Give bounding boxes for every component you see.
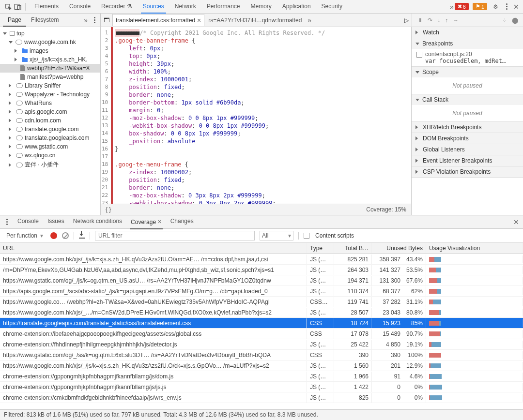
tree-item[interactable]: webhp?hl=zh-TW&sa=X [0, 64, 100, 73]
coverage-row[interactable]: chrome-extension://ibefaeehajgcpooopoegk… [0, 329, 523, 339]
type-filter-dropdown[interactable]: All▾ [260, 231, 293, 240]
tree-item[interactable]: manifest?pwa=webhp [0, 73, 100, 81]
step-into-icon[interactable]: ↓ [437, 17, 440, 24]
sidebar-section-event-listener-breakpoints[interactable]: Event Listener Breakpoints [412, 155, 523, 166]
close-tab-icon[interactable]: × [197, 16, 201, 24]
cloud-icon [15, 40, 22, 45]
main-tab-memory[interactable]: Memory [249, 0, 274, 14]
coverage-row[interactable]: https://www.google.com.hk/xjs/_/js/k=xjs… [0, 254, 523, 265]
sidebar-section-call-stack[interactable]: Call Stack [412, 94, 523, 105]
device-toggle-icon[interactable] [14, 2, 22, 11]
record-icon[interactable] [50, 232, 57, 239]
sidebar-section-dom-breakpoints[interactable]: DOM Breakpoints [412, 133, 523, 144]
drawer-tab-network-conditions[interactable]: Network conditions [72, 215, 123, 229]
main-tab-sources[interactable]: Sources [141, 0, 166, 14]
main-tab-network[interactable]: Network [173, 0, 198, 14]
inspect-icon[interactable] [4, 2, 13, 11]
sidebar-section-breakpoints[interactable]: Breakpoints [412, 38, 523, 49]
tree-item[interactable]: images [0, 46, 100, 55]
tree-item[interactable]: top [0, 29, 100, 38]
url-filter-input[interactable] [95, 231, 255, 240]
tree-item[interactable]: xjs/_/js/k=xjs.s.zh_HK. [0, 55, 100, 64]
coverage-row[interactable]: chrome-extension://cmkdbmfndkfgebldhnkbf… [0, 392, 523, 403]
tree-item[interactable]: Library Sniffer [0, 81, 100, 90]
tree-item[interactable]: www.google.com.hk [0, 38, 100, 46]
main-tab-console[interactable]: Console [67, 0, 92, 14]
per-function-dropdown[interactable]: Per function ▾ [4, 231, 46, 240]
clear-icon[interactable] [62, 232, 69, 239]
tree-item[interactable]: cdn.loom.com [0, 116, 100, 125]
tree-item[interactable]: WhatRuns [0, 99, 100, 107]
content-scripts-checkbox[interactable]: Content scripts [304, 232, 354, 239]
sidebar-section-global-listeners[interactable]: Global Listeners [412, 144, 523, 155]
tree-item[interactable]: translate.googleapis.com [0, 134, 100, 142]
coverage-row[interactable]: https://apis.google.com/_/scs/abc-static… [0, 286, 523, 297]
coverage-row[interactable]: https://www.google.com.hk/xjs/_/js/k=xjs… [0, 360, 523, 371]
tree-item[interactable]: Wappalyzer - Technology [0, 90, 100, 99]
gear-icon[interactable]: ⚙ [491, 2, 500, 11]
coverage-row[interactable]: chrome-extension://fhhdlnnepfjhlhilgmeep… [0, 339, 523, 350]
drawer-menu-icon[interactable] [4, 219, 10, 225]
coverage-row[interactable]: chrome-extension://gppongmhjkpfnbhagpmjf… [0, 371, 523, 382]
step-icon[interactable]: → [453, 17, 459, 24]
sidebar-section-watch[interactable]: Watch [412, 27, 523, 38]
warning-badge[interactable]: ⚑ 1 [473, 3, 487, 10]
col-total[interactable]: Total B… [334, 243, 372, 253]
tree-item[interactable]: www.gstatic.com [0, 142, 100, 151]
drawer-tab-issues[interactable]: Issues [46, 215, 65, 229]
main-tab-performance[interactable]: Performance [205, 0, 242, 14]
main-tab-security[interactable]: Security [320, 0, 344, 14]
close-drawer-icon[interactable]: ✕ [513, 218, 519, 226]
kebab-menu-icon[interactable] [504, 3, 509, 10]
export-icon[interactable] [79, 233, 85, 239]
code-content[interactable]: ■■■■■■■■■/* Copyright 2021 Google Inc. A… [111, 27, 325, 204]
cloud-icon [16, 118, 23, 123]
coverage-row[interactable]: https://www.google.co… /webhp?hl=zh-TW&s… [0, 297, 523, 307]
main-tab-recorder[interactable]: Recorder ⚗ [99, 0, 134, 14]
navigator-tab-filesystem[interactable]: Filesystem [26, 14, 63, 27]
sidebar-section-xhr-fetch-breakpoints[interactable]: XHR/fetch Breakpoints [412, 122, 523, 133]
frame-icon [10, 31, 15, 36]
tree-item[interactable]: translate.google.com [0, 125, 100, 134]
tree-item[interactable]: apis.google.com [0, 107, 100, 116]
coverage-row[interactable]: https://www.gstatic.com/og/_/js/k=og.qtm… [0, 275, 523, 286]
coverage-row[interactable]: https://www.gstatic.com/og/_/ss/k=og.qtm… [0, 350, 523, 360]
error-badge[interactable]: ✖ 6 [455, 3, 469, 10]
coverage-row[interactable]: https://www.google.com.hk/xjs/_…/m=CnSW2… [0, 307, 523, 318]
sidebar-section-csp-violation-breakpoints[interactable]: CSP Violation Breakpoints [412, 166, 523, 177]
col-unused[interactable]: Unused Bytes [372, 243, 426, 253]
file-tab[interactable]: translateelement.css:formatted × [112, 14, 204, 26]
close-devtools-icon[interactable]: ✕ [513, 3, 519, 11]
coverage-row[interactable]: /m=DhPYme,EkevXb,GU4Gab,NzU6V,aa,abd,asy… [0, 265, 523, 275]
coverage-row[interactable]: https://translate.googleapis.com/transla… [0, 318, 523, 329]
file-navigator-tree[interactable]: topwww.google.com.hkimagesxjs/_/js/k=xjs… [0, 27, 101, 215]
drawer-tab-console[interactable]: Console [16, 215, 40, 229]
navigator-tab-page[interactable]: Page [3, 14, 26, 27]
tree-item[interactable]: 壹伴 · 小插件 [0, 160, 100, 170]
navigator-menu-icon[interactable] [92, 17, 97, 23]
close-drawer-tab-icon[interactable]: × [157, 218, 161, 225]
step-over-icon[interactable]: ↷ [428, 17, 432, 24]
run-snippet-icon[interactable]: ▷ [404, 17, 409, 24]
more-file-tabs-icon[interactable]: » [308, 16, 311, 24]
step-out-icon[interactable]: ↑ [445, 17, 448, 24]
drawer-tab-coverage[interactable]: Coverage × [130, 215, 163, 229]
col-viz[interactable]: Usage Visualization [426, 243, 523, 253]
more-navigator-tabs-icon[interactable]: » [84, 16, 88, 24]
deactivate-bp-icon[interactable]: ⁘ [502, 17, 507, 24]
file-tab[interactable]: rs=AA2YrTvH37iH…qdnw:formatted [205, 14, 305, 26]
pretty-print-button[interactable]: { } [106, 206, 111, 213]
pause-icon[interactable]: ⏸ [417, 17, 423, 24]
main-tab-application[interactable]: Application [280, 0, 313, 14]
pause-exceptions-icon[interactable]: ⬤ [512, 17, 518, 24]
col-type[interactable]: Type [307, 243, 334, 253]
drawer-tab-changes[interactable]: Changes [169, 215, 195, 229]
coverage-row[interactable]: chrome-extension://gppongmhjkpfnbhagpmjf… [0, 382, 523, 392]
more-tabs-icon[interactable]: » [450, 3, 454, 11]
main-tab-elements[interactable]: Elements [32, 0, 61, 14]
file-history-icon[interactable]: 🗔 [104, 17, 109, 24]
file-icon [20, 74, 25, 80]
col-url[interactable]: URL [0, 243, 307, 253]
sidebar-section-scope[interactable]: Scope [412, 67, 523, 77]
tree-item[interactable]: wx.qlogo.cn [0, 151, 100, 160]
